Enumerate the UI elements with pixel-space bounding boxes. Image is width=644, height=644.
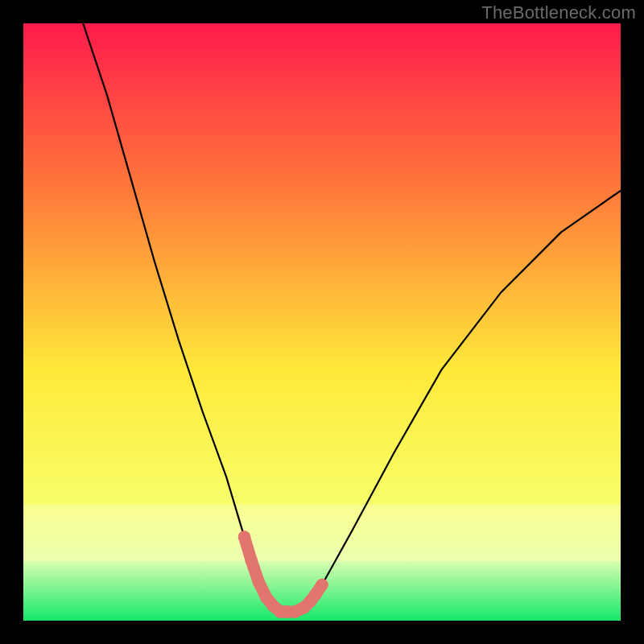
marker-dot: [246, 555, 258, 568]
marker-dot: [238, 530, 251, 543]
plot-area: [23, 23, 621, 621]
marker-dot: [316, 579, 328, 592]
marker-dot: [253, 576, 266, 588]
watermark-text: TheBottleneck.com: [481, 2, 636, 23]
light-band: [23, 505, 621, 561]
chart-svg: [23, 23, 621, 621]
chart-frame: TheBottleneck.com: [0, 0, 644, 644]
